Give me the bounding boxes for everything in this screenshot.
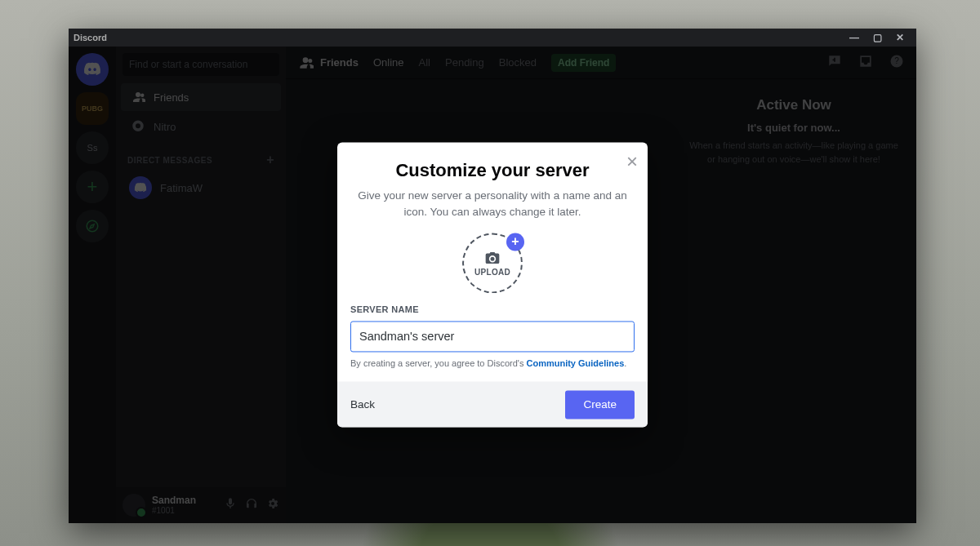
modal-subtitle: Give your new server a personality with … [352,188,633,220]
window-minimize-button[interactable]: — [843,29,866,47]
upload-label: UPLOAD [474,268,510,277]
app-name: Discord [74,33,107,42]
guidelines-note: By creating a server, you agree to Disco… [350,359,635,369]
guidelines-pretext: By creating a server, you agree to Disco… [350,359,526,369]
upload-plus-badge: + [506,233,524,251]
titlebar: Discord — ▢ ✕ [69,29,916,47]
upload-icon-button[interactable]: UPLOAD + [462,233,523,294]
server-name-label: SERVER NAME [350,305,635,315]
modal-close-button[interactable]: × [626,152,638,171]
window-maximize-button[interactable]: ▢ [866,29,889,47]
app-window: Discord — ▢ ✕ PUBG Ss + Find or start a … [69,29,916,523]
app-body: PUBG Ss + Find or start a conversation F… [69,47,916,523]
server-name-input[interactable] [350,322,635,353]
back-button[interactable]: Back [350,398,375,411]
modal-title: Customize your server [352,160,633,181]
window-close-button[interactable]: ✕ [889,29,911,47]
customize-server-modal: × Customize your server Give your new se… [337,142,648,427]
community-guidelines-link[interactable]: Community Guidelines [526,359,624,369]
camera-icon [483,250,501,266]
create-button[interactable]: Create [565,390,635,419]
